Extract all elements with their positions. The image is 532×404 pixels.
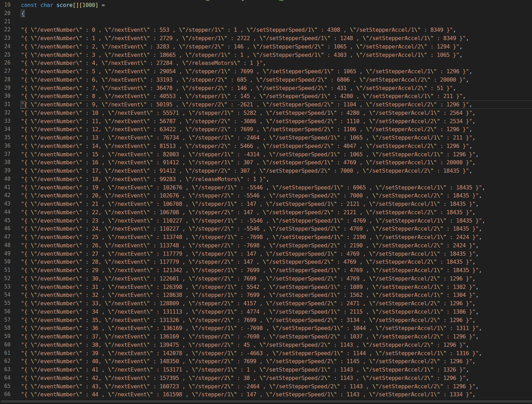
line-number[interactable]: 30	[0, 92, 10, 100]
line-number[interactable]: 47	[0, 233, 10, 241]
code-line-content[interactable]: {	[10, 9, 532, 18]
code-line[interactable]: 23"{ \"/eventNumber\" : 1 , \"/nextEvent…	[0, 34, 532, 43]
code-line[interactable]: 33"{ \"/eventNumber\" : 11, \"/nextEvent…	[0, 117, 532, 126]
code-line[interactable]: 41"{ \"/eventNumber\" : 19 , \"/nextEven…	[0, 184, 532, 192]
code-line-content[interactable]: "{ \"/eventNumber\" : 42, \"/nextEvent\"…	[10, 374, 532, 382]
code-line[interactable]: 62"{ \"/eventNumber\" : 40, \"/nextEvent…	[0, 357, 532, 366]
code-line-content[interactable]: "{ \"/eventNumber\" : 40, \"/nextEvent\"…	[10, 357, 532, 366]
code-line-content[interactable]: "{ \"/eventNumber\" : 30, \"/nextEvent\"…	[10, 275, 532, 283]
code-line[interactable]: 29"{ \"/eventNumber\" : 7, \"/nextEvent\…	[0, 84, 532, 92]
code-line[interactable]: 43"{ \"/eventNumber\" : 21 , \"/nextEven…	[0, 200, 532, 208]
code-line[interactable]: 60"{ \"/eventNumber\" : 38, \"/nextEvent…	[0, 341, 532, 349]
code-line[interactable]: 38"{ \"/eventNumber\" : 16 , \"/nextEven…	[0, 158, 532, 167]
line-number[interactable]: 31	[0, 100, 10, 109]
line-number[interactable]: 50	[0, 258, 10, 266]
code-line[interactable]: 46"{ \"/eventNumber\" : 24, \"/nextEvent…	[0, 225, 532, 233]
code-line-content[interactable]: "{ \"/eventNumber\" : 17, \"/nextEvent\"…	[10, 167, 532, 175]
line-number[interactable]: 45	[0, 217, 10, 225]
line-number[interactable]: 57	[0, 316, 10, 324]
code-line-content[interactable]: "{ \"/eventNumber\" : 23 , \"/nextEvent\…	[10, 217, 532, 225]
code-line-content[interactable]: "{ \"/eventNumber\" : 31 , \"/nextEvent\…	[10, 283, 532, 291]
code-line-content[interactable]: "{ \"/eventNumber\" : 39 , \"/nextEvent\…	[10, 349, 532, 358]
line-number[interactable]: 62	[0, 357, 10, 366]
line-number[interactable]: 59	[0, 332, 10, 341]
line-number[interactable]: 53	[0, 283, 10, 291]
code-line-content[interactable]: "{ \"/eventNumber\" : 6, \"/nextEvent\" …	[10, 76, 532, 84]
code-line-content[interactable]: "{ \"/eventNumber\" : 43, \"/nextEvent\"…	[10, 382, 532, 391]
code-line-content[interactable]: "{ \"/eventNumber\" : 24, \"/nextEvent\"…	[10, 225, 532, 233]
line-number[interactable]: 54	[0, 291, 10, 299]
code-line[interactable]: 34"{ \"/eventNumber\" : 12, \"/nextEvent…	[0, 125, 532, 134]
code-line[interactable]: 59"{ \"/eventNumber\" : 37, \"/nextEvent…	[0, 332, 532, 341]
code-line-content[interactable]: "{ \"/eventNumber\" : 37, \"/nextEvent\"…	[10, 332, 532, 341]
line-number[interactable]: 20	[0, 9, 10, 18]
line-number[interactable]: 51	[0, 266, 10, 275]
code-lines-container[interactable]: 19const char score[][1000] =20{2122"{ \"…	[0, 1, 532, 399]
code-line-content[interactable]: "{ \"/eventNumber\" : 41 , \"/nextEvent\…	[10, 366, 532, 374]
code-line[interactable]: 51"{ \"/eventNumber\" : 29 , \"/nextEven…	[0, 266, 532, 275]
code-line[interactable]: 61"{ \"/eventNumber\" : 39 , \"/nextEven…	[0, 349, 532, 358]
code-line[interactable]: 24"{ \"/eventNumber\" : 2, \"/nextEvent\…	[0, 43, 532, 51]
code-line-content[interactable]: "{ \"/eventNumber\" : 38, \"/nextEvent\"…	[10, 341, 532, 349]
code-line-content[interactable]: "{ \"/eventNumber\" : 8 , \"/nextEvent\"…	[10, 92, 532, 100]
code-line[interactable]: 28"{ \"/eventNumber\" : 6, \"/nextEvent\…	[0, 76, 532, 84]
code-line[interactable]: 31"{ \"/eventNumber\" : 9, \"/nextEvent\…	[0, 100, 532, 109]
code-line[interactable]: 45"{ \"/eventNumber\" : 23 , \"/nextEven…	[0, 217, 532, 225]
line-number[interactable]: 39	[0, 167, 10, 175]
code-line-content[interactable]: "{ \"/eventNumber\" : 12, \"/nextEvent\"…	[10, 125, 532, 134]
code-line-content[interactable]: "{ \"/eventNumber\" : 36 , \"/nextEvent\…	[10, 324, 532, 332]
code-line-content[interactable]: "{ \"/eventNumber\" : 32 , \"/nextEvent\…	[10, 291, 532, 299]
code-line[interactable]: 47"{ \"/eventNumber\" : 25 , \"/nextEven…	[0, 233, 532, 241]
code-line[interactable]: 36"{ \"/eventNumber\" : 14, \"/nextEvent…	[0, 142, 532, 150]
line-number[interactable]: 19	[0, 1, 10, 9]
code-line-content[interactable]: "{ \"/eventNumber\" : 25 , \"/nextEvent\…	[10, 233, 532, 241]
code-line-content[interactable]: const char score[][1000] =	[10, 1, 532, 9]
code-line[interactable]: 52"{ \"/eventNumber\" : 30, \"/nextEvent…	[0, 275, 532, 283]
line-number[interactable]: 56	[0, 308, 10, 316]
code-line[interactable]: 25"{ \"/eventNumber\" : 3 , \"/nextEvent…	[0, 51, 532, 59]
code-line-content[interactable]: "{ \"/eventNumber\" : 35, \"/nextEvent\"…	[10, 316, 532, 324]
code-line-content[interactable]: "{ \"/eventNumber\" : 0 , \"/nextEvent\"…	[10, 26, 532, 34]
line-number[interactable]: 44	[0, 208, 10, 217]
code-line-content[interactable]: "{ \"/eventNumber\" : 2, \"/nextEvent\" …	[10, 43, 532, 51]
code-line[interactable]: 53"{ \"/eventNumber\" : 31 , \"/nextEven…	[0, 283, 532, 291]
code-line-content[interactable]: "{ \"/eventNumber\" : 16 , \"/nextEvent\…	[10, 158, 532, 167]
code-line-content[interactable]: "{ \"/eventNumber\" : 34 , \"/nextEvent\…	[10, 308, 532, 316]
code-line-content[interactable]: "{ \"/eventNumber\" : 28, \"/nextEvent\"…	[10, 258, 532, 266]
line-number[interactable]: 60	[0, 341, 10, 349]
code-line[interactable]: 40"{ \"/eventNumber\" : 18, \"/nextEvent…	[0, 175, 532, 184]
code-line-content[interactable]: "{ \"/eventNumber\" : 33, \"/nextEvent\"…	[10, 299, 532, 308]
line-number[interactable]: 29	[0, 84, 10, 92]
code-line[interactable]: 66"{ \"/eventNumber\" : 44 , \"/nextEven…	[0, 390, 532, 399]
code-line-content[interactable]: "{ \"/eventNumber\" : 11, \"/nextEvent\"…	[10, 117, 532, 126]
code-line-content[interactable]: "{ \"/eventNumber\" : 22, \"/nextEvent\"…	[10, 208, 532, 217]
line-number[interactable]: 37	[0, 150, 10, 159]
horizontal-scrollbar[interactable]	[0, 399, 532, 404]
line-number[interactable]: 63	[0, 366, 10, 374]
code-line[interactable]: 44"{ \"/eventNumber\" : 22, \"/nextEvent…	[0, 208, 532, 217]
line-number[interactable]: 33	[0, 117, 10, 126]
code-line[interactable]: 37"{ \"/eventNumber\" : 15 , \"/nextEven…	[0, 150, 532, 159]
code-line-content[interactable]: "{ \"/eventNumber\" : 26, \"/nextEvent\"…	[10, 241, 532, 250]
line-number[interactable]: 27	[0, 67, 10, 76]
line-number[interactable]: 40	[0, 175, 10, 184]
code-line[interactable]: 21	[0, 18, 532, 26]
code-line-content[interactable]: "{ \"/eventNumber\" : 14, \"/nextEvent\"…	[10, 142, 532, 150]
line-number[interactable]: 66	[0, 390, 10, 399]
code-line[interactable]: 63"{ \"/eventNumber\" : 41 , \"/nextEven…	[0, 366, 532, 374]
code-line-content[interactable]	[10, 18, 532, 26]
line-number[interactable]: 22	[0, 26, 10, 34]
line-number[interactable]: 65	[0, 382, 10, 391]
line-number[interactable]: 46	[0, 225, 10, 233]
line-number[interactable]: 41	[0, 184, 10, 192]
code-line[interactable]: 22"{ \"/eventNumber\" : 0 , \"/nextEvent…	[0, 26, 532, 34]
code-line[interactable]: 56"{ \"/eventNumber\" : 34 , \"/nextEven…	[0, 308, 532, 316]
code-line-content[interactable]: "{ \"/eventNumber\" : 13 , \"/nextEvent\…	[10, 134, 532, 142]
code-line[interactable]: 55"{ \"/eventNumber\" : 33, \"/nextEvent…	[0, 299, 532, 308]
code-editor[interactable]: 19const char score[][1000] =20{2122"{ \"…	[0, 0, 532, 404]
line-number[interactable]: 23	[0, 34, 10, 43]
code-line[interactable]: 50"{ \"/eventNumber\" : 28, \"/nextEvent…	[0, 258, 532, 266]
line-number[interactable]: 38	[0, 158, 10, 167]
line-number[interactable]: 49	[0, 250, 10, 258]
code-line-content[interactable]: "{ \"/eventNumber\" : 20, \"/nextEvent\"…	[10, 192, 532, 200]
